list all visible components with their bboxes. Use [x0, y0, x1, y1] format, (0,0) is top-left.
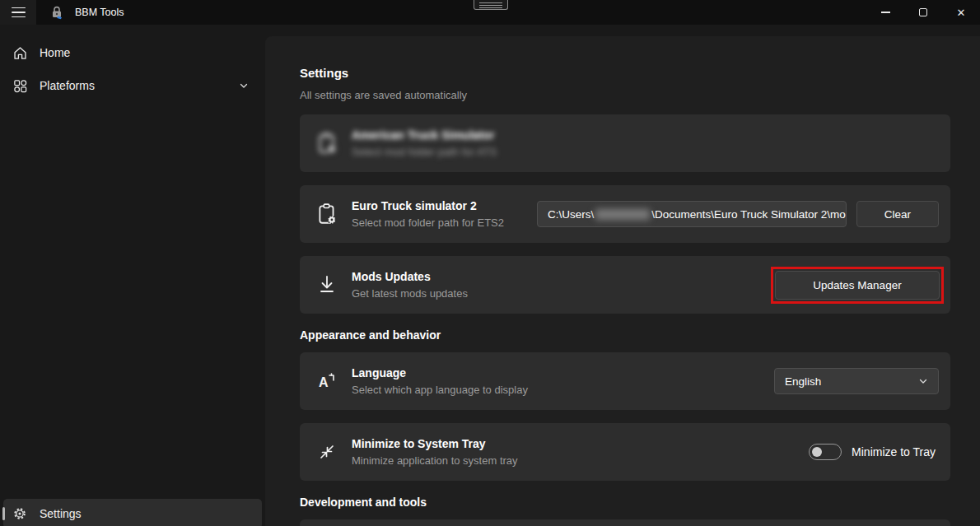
chevron-down-icon — [239, 81, 249, 91]
setting-row-ats: American Truck Simulator Select mod fold… — [300, 114, 950, 172]
redacted-username — [595, 209, 650, 220]
sidebar: Home Plateforms Settings — [0, 25, 265, 526]
setting-subtitle: Select mod folder path for ATS — [352, 146, 497, 158]
page-subtitle: All settings are saved automatically — [300, 89, 950, 101]
red-annotation-box: Updates Manager — [771, 267, 944, 304]
settings-page: Settings All settings are saved automati… — [265, 36, 980, 526]
setting-row-language: A Language Select which app language to … — [300, 352, 950, 410]
sidebar-item-label: Home — [40, 46, 70, 59]
sidebar-item-settings[interactable]: Settings — [3, 499, 262, 526]
minimize-icon — [881, 12, 890, 12]
language-selected-value: English — [785, 375, 821, 388]
setting-subtitle: Select which app language to display — [352, 384, 528, 396]
minimize-button[interactable] — [866, 0, 904, 25]
maximize-icon — [919, 8, 927, 16]
download-icon — [316, 274, 338, 296]
section-header-appearance: Appearance and behavior — [300, 328, 950, 342]
setting-row-partial — [300, 519, 950, 526]
titlebar: BBM Tools ✕ — [0, 0, 980, 25]
path-suffix: \Documents\Euro Truck Simulator 2\mod — [651, 208, 847, 221]
language-select[interactable]: English — [774, 368, 939, 394]
maximize-button[interactable] — [904, 0, 942, 25]
platforms-icon — [12, 77, 28, 94]
clipboard-badge-icon — [316, 133, 338, 154]
setting-title: American Truck Simulator — [352, 128, 497, 142]
sidebar-item-label: Plateforms — [40, 79, 95, 92]
setting-row-minimize-tray: Minimize to System Tray Minimize applica… — [300, 423, 950, 481]
app-title: BBM Tools — [75, 7, 124, 18]
setting-subtitle: Get latest mods updates — [352, 287, 468, 300]
section-header-development: Development and tools — [300, 496, 950, 509]
sidebar-item-home[interactable]: Home — [3, 38, 262, 67]
setting-row-mods-updates: Mods Updates Get latest mods updates Upd… — [300, 256, 950, 314]
translate-icon: A — [316, 370, 338, 392]
setting-title: Euro Truck simulator 2 — [352, 199, 504, 212]
setting-subtitle: Minimize application to system tray — [352, 454, 518, 467]
hamburger-menu-button[interactable] — [0, 0, 36, 25]
app-logo-lock-icon — [49, 5, 64, 20]
toggle-knob — [812, 447, 822, 457]
close-icon: ✕ — [957, 7, 966, 18]
chevron-down-icon — [918, 376, 928, 386]
sidebar-item-label: Settings — [40, 507, 82, 520]
sidebar-item-platforms[interactable]: Plateforms — [3, 71, 262, 100]
setting-title: Minimize to System Tray — [352, 437, 518, 450]
minimize-to-tray-toggle[interactable] — [809, 444, 842, 460]
svg-text:A: A — [319, 375, 329, 389]
page-title: Settings — [300, 66, 950, 80]
window-controls: ✕ — [866, 0, 980, 25]
clipboard-gear-icon — [316, 203, 338, 225]
hamburger-icon — [12, 7, 26, 18]
gear-icon — [12, 505, 28, 522]
home-icon — [12, 44, 28, 61]
setting-title: Language — [352, 366, 528, 379]
collapse-arrows-icon — [316, 441, 338, 463]
close-button[interactable]: ✕ — [942, 0, 980, 25]
updates-manager-button[interactable]: Updates Manager — [775, 271, 940, 300]
peeking-window-indicator — [474, 0, 508, 10]
setting-subtitle: Select mod folder path for ETS2 — [352, 216, 504, 229]
toggle-label: Minimize to Tray — [852, 445, 936, 459]
mod-folder-path-field[interactable]: C:\Users\\Documents\Euro Truck Simulator… — [537, 201, 847, 227]
setting-row-ets2: Euro Truck simulator 2 Select mod folder… — [300, 185, 950, 243]
setting-title: Mods Updates — [352, 270, 468, 283]
path-prefix: C:\Users\ — [548, 208, 594, 221]
clear-path-button[interactable]: Clear — [856, 201, 939, 227]
app-identity: BBM Tools — [49, 5, 124, 20]
